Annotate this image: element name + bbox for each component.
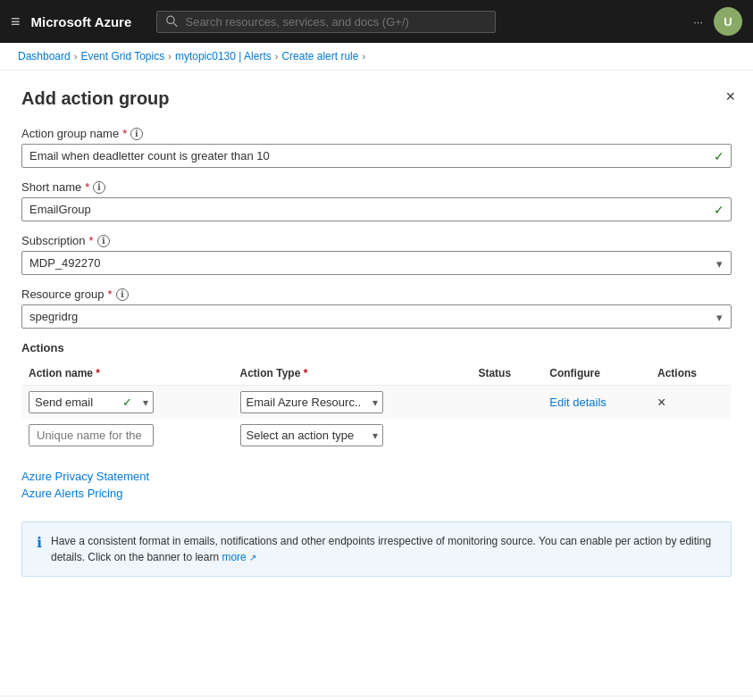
short-name-label: Short name * ℹ <box>21 180 732 194</box>
col-header-actions: Actions <box>650 362 732 386</box>
col-header-action-name: Action name * <box>21 362 233 386</box>
action-group-name-field: Action group name * ℹ ✓ <box>21 127 732 168</box>
row2-action-type-select-wrapper: Select an action type Email Azure Resour… <box>240 424 383 446</box>
search-bar <box>156 11 496 33</box>
row1-chevron-icon: ▾ <box>143 396 148 409</box>
row1-check-icon: ✓ <box>122 396 132 409</box>
subscription-select-wrapper: MDP_492270 <box>21 251 732 275</box>
nav-right: ··· U <box>693 7 742 36</box>
short-name-field: Short name * ℹ ✓ <box>21 180 732 221</box>
resource-group-field: Resource group * ℹ spegridrg <box>21 288 732 329</box>
action-group-name-input[interactable] <box>21 144 732 168</box>
row2-action-type-select[interactable]: Select an action type Email Azure Resour… <box>240 424 383 446</box>
breadcrumb-event-grid[interactable]: Event Grid Topics <box>80 50 164 62</box>
banner-info-icon: ℹ <box>37 534 42 551</box>
privacy-link[interactable]: Azure Privacy Statement <box>21 470 732 483</box>
top-nav: ≡ Microsoft Azure ··· U <box>0 0 753 43</box>
row1-edit-details-link[interactable]: Edit details <box>549 396 607 409</box>
breadcrumb-dashboard[interactable]: Dashboard <box>18 50 71 62</box>
row1-action-name-select-wrapper: Send email ✓ ▾ <box>29 391 154 413</box>
breadcrumb-sep-1: › <box>74 51 78 62</box>
row1-action-type-cell: Email Azure Resourc... ▾ <box>233 386 472 420</box>
links-section: Azure Privacy Statement Azure Alerts Pri… <box>21 470 732 500</box>
actions-section: Actions Action name * Action Type * Stat… <box>21 341 732 452</box>
action-group-name-input-wrapper: ✓ <box>21 144 732 168</box>
svg-point-0 <box>167 16 174 23</box>
breadcrumb-sep-4: › <box>362 51 365 62</box>
row1-status-cell <box>471 386 542 420</box>
subscription-select[interactable]: MDP_492270 <box>21 251 732 275</box>
banner-message: Have a consistent format in emails, noti… <box>51 533 716 565</box>
short-name-check-icon: ✓ <box>714 203 724 217</box>
table-row: Send email ✓ ▾ Email Azure Resourc... ▾ <box>21 386 732 420</box>
row1-action-name-cell: Send email ✓ ▾ <box>21 386 233 420</box>
row1-action-type-select[interactable]: Email Azure Resourc... <box>240 391 383 413</box>
col-header-configure: Configure <box>542 362 650 386</box>
info-banner: ℹ Have a consistent format in emails, no… <box>21 521 732 577</box>
row1-configure-cell: Edit details <box>542 386 650 420</box>
subscription-required-star: * <box>89 234 94 247</box>
resource-group-label: Resource group * ℹ <box>21 288 732 301</box>
search-icon <box>166 15 178 28</box>
row1-action-name-select[interactable]: Send email <box>29 391 154 413</box>
hamburger-icon[interactable]: ≡ <box>11 12 21 31</box>
page-title: Add action group <box>21 88 732 109</box>
banner-link[interactable]: more ↗ <box>222 551 255 563</box>
action-group-name-label: Action group name * ℹ <box>21 127 732 140</box>
col-header-action-type: Action Type * <box>233 362 472 386</box>
resource-group-select-wrapper: spegridrg <box>21 304 732 329</box>
actions-table: Action name * Action Type * Status Confi… <box>21 362 732 452</box>
main-content: Add action group × Action group name * ℹ… <box>0 71 753 696</box>
required-star: * <box>122 127 127 140</box>
subscription-label: Subscription * ℹ <box>21 234 732 247</box>
table-row: Select an action type Email Azure Resour… <box>21 419 732 452</box>
subscription-field: Subscription * ℹ MDP_492270 <box>21 234 732 275</box>
svg-line-1 <box>174 23 178 27</box>
row2-configure-cell <box>542 419 650 452</box>
breadcrumb-create-alert[interactable]: Create alert rule <box>281 50 358 62</box>
row1-delete-button[interactable]: × <box>657 395 665 411</box>
row2-action-name-cell <box>21 419 233 452</box>
resource-group-info-icon[interactable]: ℹ <box>116 288 129 301</box>
app-brand: Microsoft Azure <box>31 14 132 29</box>
row1-type-chevron-icon: ▾ <box>372 396 378 409</box>
more-options-icon[interactable]: ··· <box>693 15 703 29</box>
resource-group-select[interactable]: spegridrg <box>21 304 732 329</box>
actions-section-label: Actions <box>21 341 732 354</box>
breadcrumb: Dashboard › Event Grid Topics › mytopic0… <box>0 43 753 71</box>
avatar: U <box>714 7 742 36</box>
row2-type-chevron-icon: ▾ <box>372 429 378 442</box>
row2-action-name-input[interactable] <box>29 424 154 446</box>
resource-group-required-star: * <box>108 288 113 301</box>
col-header-status: Status <box>471 362 542 386</box>
short-name-required-star: * <box>85 180 89 194</box>
row2-action-type-cell: Select an action type Email Azure Resour… <box>233 419 472 452</box>
action-group-name-info-icon[interactable]: ℹ <box>130 128 143 140</box>
action-group-name-check-icon: ✓ <box>714 149 724 163</box>
pricing-link[interactable]: Azure Alerts Pricing <box>21 487 732 500</box>
row2-actions-cell <box>650 419 732 452</box>
external-link-icon: ↗ <box>247 553 256 562</box>
close-button[interactable]: × <box>725 88 735 104</box>
row1-actions-cell: × <box>650 386 732 420</box>
row1-action-type-select-wrapper: Email Azure Resourc... ▾ <box>240 391 383 413</box>
row2-status-cell <box>471 419 542 452</box>
short-name-input-wrapper: ✓ <box>21 197 732 221</box>
breadcrumb-sep-2: › <box>168 51 172 62</box>
footer: OK <box>0 696 753 700</box>
subscription-info-icon[interactable]: ℹ <box>97 235 110 247</box>
short-name-input[interactable] <box>21 197 732 221</box>
search-input[interactable] <box>185 15 486 29</box>
short-name-info-icon[interactable]: ℹ <box>93 181 105 194</box>
breadcrumb-sep-3: › <box>275 51 279 62</box>
breadcrumb-mytopic[interactable]: mytopic0130 | Alerts <box>175 50 272 62</box>
